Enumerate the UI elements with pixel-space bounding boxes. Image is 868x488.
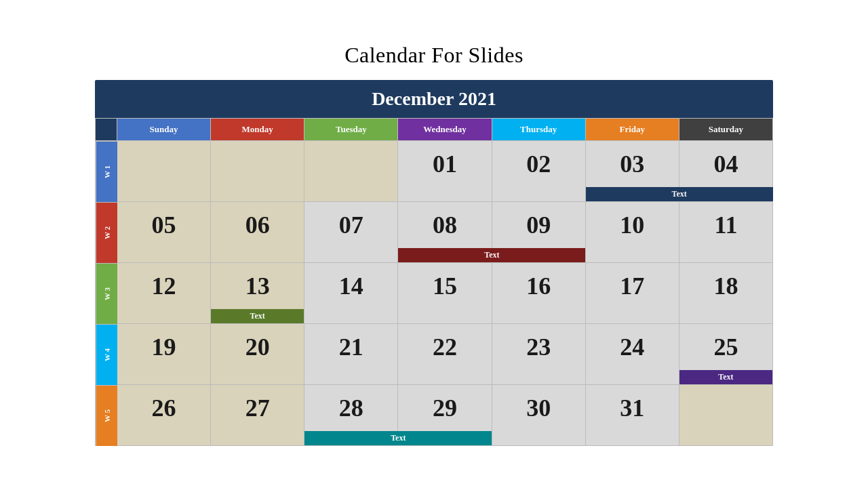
day-cell: 26 (117, 385, 211, 446)
day-header-wednesday: Wednesday (398, 119, 492, 141)
day-cell: 15 (398, 263, 492, 324)
day-cell: 19 (117, 324, 211, 385)
day-cell: 20 (211, 324, 304, 385)
day-header-tuesday: Tuesday (304, 119, 398, 141)
day-cell: 31 (586, 385, 679, 446)
calendar-wrapper: December 2021 SundayMondayTuesdayWednesd… (95, 80, 773, 446)
day-cell: 10 (586, 202, 679, 263)
day-number: 27 (216, 389, 298, 420)
day-cell: 05 (117, 202, 211, 263)
day-cell: 02 (492, 141, 586, 202)
page-title: Calendar For Slides (344, 43, 524, 68)
week-label-4: W 4 (96, 324, 117, 385)
event-bar: Text (211, 309, 304, 323)
day-number: 26 (123, 389, 205, 420)
day-header-saturday: Saturday (679, 119, 773, 141)
day-number: 30 (498, 389, 580, 420)
day-cell: 28Text (304, 385, 398, 446)
day-cell: 12 (117, 263, 211, 324)
day-number: 12 (123, 267, 205, 298)
day-cell: 11 (679, 202, 773, 263)
day-header-sunday: Sunday (117, 119, 211, 141)
day-number: 07 (310, 206, 392, 237)
day-number: 03 (591, 145, 673, 176)
week-label-5: W 5 (96, 385, 117, 446)
day-number: 02 (498, 145, 580, 176)
day-number: 04 (685, 145, 767, 176)
day-number: 06 (216, 206, 298, 237)
event-bar: Text (398, 248, 585, 262)
day-number: 01 (403, 145, 486, 176)
day-cell: 30 (492, 385, 586, 446)
day-header-thursday: Thursday (492, 119, 586, 141)
day-cell (117, 141, 211, 202)
day-number: 22 (403, 328, 486, 359)
week-label-3: W 3 (96, 263, 117, 324)
day-number: 05 (123, 206, 205, 237)
calendar-grid: SundayMondayTuesdayWednesdayThursdayFrid… (95, 118, 773, 446)
day-number: 13 (216, 267, 298, 298)
day-header-friday: Friday (586, 119, 679, 141)
day-number: 17 (591, 267, 673, 298)
event-bar: Text (304, 431, 492, 445)
day-number: 19 (123, 328, 205, 359)
day-cell (304, 141, 398, 202)
event-bar: Text (679, 370, 772, 384)
week-label-2: W 2 (96, 202, 117, 263)
day-number: 20 (216, 328, 298, 359)
day-number: 29 (403, 389, 486, 420)
event-bar: Text (586, 187, 773, 201)
day-number: 16 (498, 267, 580, 298)
day-cell: 13Text (211, 263, 304, 324)
day-cell: 18 (679, 263, 773, 324)
day-cell: 25Text (679, 324, 773, 385)
day-cell: 01 (398, 141, 492, 202)
day-cell: 24 (586, 324, 679, 385)
day-cell: 06 (211, 202, 304, 263)
day-cell: 27 (211, 385, 304, 446)
day-number: 31 (591, 389, 673, 420)
calendar-header: December 2021 (95, 80, 773, 118)
day-cell (679, 385, 773, 446)
day-cell: 16 (492, 263, 586, 324)
day-number: 14 (310, 267, 392, 298)
day-number: 23 (498, 328, 580, 359)
day-number: 11 (685, 206, 767, 237)
day-header-monday: Monday (211, 119, 304, 141)
day-number: 25 (685, 328, 767, 359)
day-cell: 23 (492, 324, 586, 385)
day-cell: 21 (304, 324, 398, 385)
week-label-1: W 1 (96, 141, 117, 202)
day-cell: 22 (398, 324, 492, 385)
day-number: 24 (591, 328, 673, 359)
day-number: 08 (403, 206, 486, 237)
day-cell: 07 (304, 202, 398, 263)
day-cell (211, 141, 304, 202)
day-number: 28 (310, 389, 392, 420)
day-number: 10 (591, 206, 673, 237)
day-cell: 08Text (398, 202, 492, 263)
day-cell: 14 (304, 263, 398, 324)
day-cell: 17 (586, 263, 679, 324)
day-cell: 03Text (586, 141, 679, 202)
day-number: 21 (310, 328, 392, 359)
day-number: 15 (403, 267, 486, 298)
week-col-spacer (96, 119, 117, 141)
day-number: 18 (685, 267, 767, 298)
day-number: 09 (498, 206, 580, 237)
